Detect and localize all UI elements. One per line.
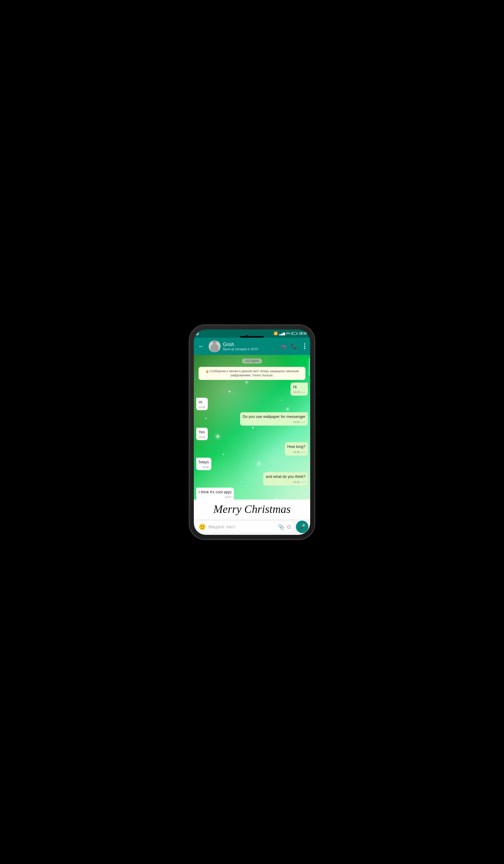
message-text: Yes (199, 430, 205, 434)
chat-scroll: СЕГОДНЯ 🔒 Сообщения и звонки в данном ча… (194, 355, 310, 500)
message-time: 19:05 (293, 390, 300, 394)
message-row: Do you use wallpaper for messenger 19:05… (196, 412, 308, 425)
signal-bars: ▂▄▆ (279, 332, 285, 335)
message-bubble: Do you use wallpaper for messenger 19:05… (240, 412, 308, 425)
bubble-meta: 19:06 (199, 465, 209, 469)
message-time: 19:06 (293, 480, 300, 484)
status-right: 📶 ▂▄▆ 8% 19:10 (274, 332, 307, 335)
read-ticks: ✓✓ (301, 390, 305, 394)
camera-button[interactable]: ⊙ (287, 524, 291, 530)
app-bar-actions: 📹 📞 ⋮ (280, 343, 308, 350)
message-bubble: Hi 19:05 ✓✓ (291, 383, 308, 396)
date-badge: СЕГОДНЯ (242, 359, 262, 363)
status-left: 🖼 (196, 332, 199, 335)
message-time: 19:06 (199, 435, 205, 439)
clock: 19:10 (299, 332, 307, 335)
avatar (209, 340, 220, 352)
mic-icon: 🎤 (299, 524, 305, 530)
phone-device: 🖼 📶 ▂▄▆ 8% 19:10 ← (190, 325, 314, 539)
message-time: 19:05 (199, 406, 205, 409)
bubble-meta: 19:07 (199, 495, 231, 499)
message-row: How long? 19:06 ✓✓ (196, 442, 308, 455)
earpiece-speaker (240, 336, 264, 338)
battery-percent: 8% (286, 332, 290, 335)
message-row: Hi 19:05 ✓✓ (196, 383, 308, 396)
message-bubble: How long? 19:06 ✓✓ (285, 442, 308, 455)
scrollbar-thumb (309, 358, 310, 376)
bubble-meta: 19:05 ✓✓ (293, 390, 305, 394)
notification-icon: 🖼 (196, 332, 199, 335)
message-time: 19:06 (202, 465, 209, 469)
attach-button[interactable]: 📎 (278, 524, 284, 530)
read-ticks: ✓✓ (301, 480, 305, 484)
mic-button[interactable]: 🎤 (296, 520, 308, 533)
message-text: 5days (199, 460, 209, 464)
app-bar: ← Grish был(-а) сегодня в 19:07 📹 📞 ⋮ (194, 338, 310, 355)
message-text: How long? (287, 444, 305, 449)
battery-tip (297, 333, 298, 334)
bubble-meta: 19:05 (199, 406, 205, 409)
message-time: 19:05 (293, 420, 300, 424)
message-time: 19:06 (293, 450, 300, 454)
voice-call-button[interactable]: 📞 (291, 343, 297, 350)
more-options-button[interactable]: ⋮ (301, 343, 308, 350)
message-bubble: and what do you think? 19:06 ✓✓ (263, 472, 308, 485)
bubble-meta: 19:06 ✓✓ (287, 450, 305, 454)
message-bubble: Hi 19:05 (196, 398, 208, 410)
bubble-meta: 19:06 (199, 435, 205, 439)
avatar-silhouette (211, 344, 219, 352)
back-button[interactable]: ← (196, 342, 206, 351)
phone-screen-container: 🖼 📶 ▂▄▆ 8% 19:10 ← (194, 329, 310, 535)
battery-body (291, 332, 297, 335)
scrollbar-track (309, 355, 310, 535)
xmas-image: Merry Christmas (194, 500, 310, 519)
chat-area: СЕГОДНЯ 🔒 Сообщения и звонки в данном ча… (194, 355, 310, 535)
battery-fill (292, 333, 292, 334)
screen: 🖼 📶 ▂▄▆ 8% 19:10 ← (194, 329, 310, 535)
message-row: and what do you think? 19:06 ✓✓ (196, 472, 308, 485)
message-text: I think it's cool app) (199, 490, 231, 494)
message-row: I think it's cool app) 19:07 (196, 488, 308, 500)
message-text: Do you use wallpaper for messenger (242, 414, 305, 419)
read-ticks: ✓✓ (301, 420, 305, 424)
message-row: 5days 19:06 (196, 458, 308, 470)
emoji-button[interactable]: 🙂 (199, 523, 206, 530)
contact-info: Grish был(-а) сегодня в 19:07 (223, 342, 277, 351)
xmas-text: Merry Christmas (213, 503, 291, 516)
video-call-button[interactable]: 📹 (280, 343, 286, 350)
message-input[interactable]: Введите текст (208, 525, 275, 529)
system-message: 🔒 Сообщения и звонки в данном чате тепер… (199, 367, 305, 380)
read-ticks: ✓✓ (301, 450, 305, 454)
battery-icon (291, 332, 298, 335)
contact-status: был(-а) сегодня в 19:07 (223, 347, 277, 351)
input-area: 🙂 Введите текст 📎 ⊙ 🎤 (194, 519, 310, 535)
message-time: 19:07 (225, 495, 231, 499)
message-text: and what do you think? (266, 474, 305, 479)
message-row: Hi 19:05 (196, 398, 308, 410)
message-text: Hi (293, 385, 297, 389)
message-bubble: I think it's cool app) 19:07 (196, 488, 234, 500)
message-bubble: 5days 19:06 (196, 458, 211, 470)
bubble-meta: 19:05 ✓✓ (242, 420, 305, 424)
message-text: Hi (199, 400, 202, 404)
bubble-meta: 19:06 ✓✓ (266, 480, 305, 484)
contact-name: Grish (223, 342, 277, 347)
message-row: Yes 19:06 (196, 428, 308, 441)
wifi-icon: 📶 (274, 332, 278, 335)
message-bubble: Yes 19:06 (196, 428, 208, 441)
input-box: 🙂 Введите текст 📎 ⊙ (196, 521, 294, 532)
